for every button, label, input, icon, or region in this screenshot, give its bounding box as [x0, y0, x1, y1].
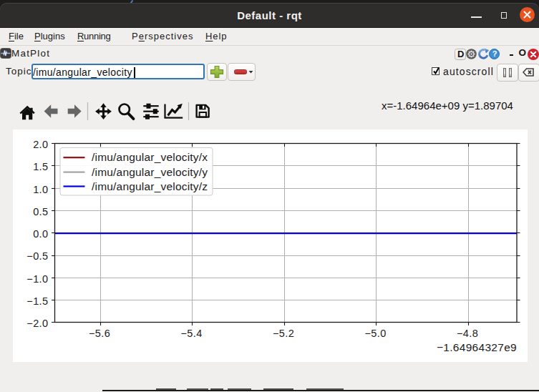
svg-text:−1.5: −1.5 — [26, 295, 48, 307]
svg-text:−4.8: −4.8 — [457, 328, 478, 339]
svg-text:0.0: 0.0 — [33, 228, 48, 240]
svg-text:1.5: 1.5 — [33, 161, 48, 172]
svg-text:−5.2: −5.2 — [273, 328, 294, 339]
svg-text:−5.0: −5.0 — [364, 328, 386, 339]
svg-text:−5.4: −5.4 — [180, 328, 202, 339]
svg-text:/imu/angular_velocity/z: /imu/angular_velocity/z — [92, 180, 208, 192]
svg-text:−0.5: −0.5 — [26, 250, 48, 262]
svg-text:−1.64964327e9: −1.64964327e9 — [437, 341, 517, 353]
svg-text:−1.0: −1.0 — [26, 273, 48, 285]
svg-text:−5.6: −5.6 — [89, 328, 110, 339]
svg-text:−2.0: −2.0 — [26, 318, 48, 329]
svg-text:0.5: 0.5 — [33, 206, 48, 217]
svg-text:1.0: 1.0 — [33, 184, 48, 195]
svg-text:/imu/angular_velocity/x: /imu/angular_velocity/x — [92, 151, 208, 163]
svg-text:/imu/angular_velocity/y: /imu/angular_velocity/y — [92, 166, 208, 178]
svg-text:2.0: 2.0 — [33, 139, 48, 150]
